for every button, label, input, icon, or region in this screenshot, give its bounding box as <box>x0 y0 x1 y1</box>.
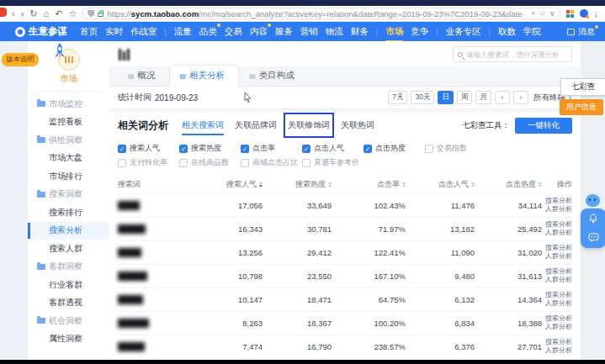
download-icon[interactable]: ↓ <box>594 9 599 18</box>
action-link-人群分析[interactable]: 人群分析 <box>545 206 572 214</box>
column-header-点击人气[interactable]: 点击人气 <box>406 179 475 190</box>
nav-item-营销[interactable]: 营销 <box>300 24 318 40</box>
column-header-搜索热度[interactable]: 搜索热度 <box>263 179 332 190</box>
nav-item-服务[interactable]: 服务 <box>275 24 293 40</box>
sidebar-item-机会洞察[interactable]: 机会洞察 <box>28 312 109 330</box>
metric-搜索热度[interactable]: ✓搜索热度 <box>179 143 241 154</box>
metric-点击率[interactable]: ✓点击率 <box>241 143 302 154</box>
action-link-人群分析[interactable]: 人群分析 <box>545 300 572 308</box>
nav-item-物流[interactable]: 物流 <box>326 24 343 40</box>
nav-user[interactable]: 消息 <box>567 26 595 38</box>
metric-交易指数[interactable]: 交易指数 <box>425 143 486 154</box>
keyword-search-box[interactable] <box>453 46 572 62</box>
sidebar-item-市场大盘[interactable]: 市场大盘 <box>28 150 109 168</box>
page-tab-类目构成[interactable]: ▤类目构成 <box>239 66 308 86</box>
page-tab-相关分析[interactable]: ▤相关分析 <box>169 65 240 87</box>
checkbox[interactable] <box>425 145 433 153</box>
checkbox[interactable] <box>302 159 310 167</box>
metric-点击热度[interactable]: ✓点击热度 <box>364 143 425 154</box>
action-link-搜索分析[interactable]: 搜索分析 <box>545 198 572 205</box>
refresh-icon[interactable]: ↻ <box>29 9 37 18</box>
nav-item-首页[interactable]: 首页 <box>80 24 98 40</box>
sidebar-item-监控看板[interactable]: 监控看板 <box>28 113 109 132</box>
sidebar-item-属性洞察[interactable]: 属性洞察 <box>28 330 109 349</box>
checkbox[interactable] <box>241 159 249 167</box>
nav-item-流量[interactable]: 流量 <box>174 24 192 40</box>
sidebar-item-供给洞察[interactable]: 供给洞察 <box>28 131 109 150</box>
flash-icon[interactable]: ⚡ <box>531 10 536 18</box>
date-range-button-月[interactable]: 月 <box>475 91 491 104</box>
bell-icon[interactable] <box>581 214 605 224</box>
sidebar-item-搜索分析[interactable]: 搜索分析 <box>28 222 109 240</box>
nav-item-品类[interactable]: 品类 <box>199 24 217 40</box>
metric-搜索人气[interactable]: ✓搜索人气 <box>118 143 179 154</box>
action-link-搜索分析[interactable]: 搜索分析 <box>545 268 572 276</box>
page-tab-概况[interactable]: ▤概况 <box>118 66 169 86</box>
column-header-点击热度[interactable]: 点击热度 <box>475 179 542 190</box>
nav-item-取数[interactable]: 取数 <box>498 24 516 40</box>
sidebar-item-行业客群[interactable]: 行业客群 <box>28 276 109 294</box>
nav-item-内容[interactable]: 内容 <box>250 24 268 40</box>
metric-商城点击占比[interactable]: 商城点击占比 <box>241 157 302 168</box>
word-tab-相关搜索词[interactable]: 相关搜索词 <box>182 117 224 134</box>
checkbox[interactable]: ✓ <box>302 145 310 153</box>
date-range-button-7天[interactable]: 7天 <box>388 91 407 104</box>
metric-点击人气[interactable]: ✓点击人气 <box>302 143 364 154</box>
checkbox[interactable]: ✓ <box>179 145 188 153</box>
back-icon[interactable]: ‹ <box>12 9 15 18</box>
nav-item-业务专区[interactable]: 业务专区 <box>446 24 481 40</box>
sidebar-item-搜索排行[interactable]: 搜索排行 <box>28 203 109 222</box>
sidebar-item-市场排行[interactable]: 市场排行 <box>28 167 109 186</box>
checkbox[interactable] <box>118 159 126 167</box>
address-bar[interactable]: https://sycm.taobao.com/mc/mq/search_ana… <box>82 8 560 19</box>
checkbox[interactable]: ✓ <box>241 145 249 153</box>
action-link-人群分析[interactable]: 人群分析 <box>545 324 572 331</box>
sidebar-item-客群洞察[interactable]: 客群洞察 <box>28 258 109 277</box>
undo-icon[interactable]: ↶ <box>55 9 62 18</box>
word-tab-关联热词[interactable]: 关联热词 <box>341 117 374 134</box>
action-link-搜索分析[interactable]: 搜索分析 <box>545 221 572 229</box>
sidebar-item-搜索人群[interactable]: 搜索人群 <box>28 240 109 258</box>
sidebar-item-市场监控[interactable]: 市场监控 <box>28 95 109 113</box>
search-input[interactable] <box>466 50 567 59</box>
sidebar-item-搜索洞察[interactable]: 搜索洞察 <box>28 186 109 204</box>
version-tag[interactable]: 版本说明 <box>2 53 39 66</box>
nav-item-学院[interactable]: 学院 <box>523 24 541 40</box>
action-link-搜索分析[interactable]: 搜索分析 <box>545 292 572 299</box>
chevron-down-icon[interactable]: ∨ <box>549 10 555 18</box>
pager-next-button[interactable]: › <box>513 91 528 104</box>
action-link-搜索分析[interactable]: 搜索分析 <box>545 245 572 252</box>
date-range-button-周[interactable]: 周 <box>457 91 473 104</box>
sidebar-item-客群透视[interactable]: 客群透视 <box>28 294 109 313</box>
chat-icon[interactable] <box>581 233 605 243</box>
action-link-人群分析[interactable]: 人群分析 <box>545 347 572 355</box>
rocket-icon[interactable] <box>50 42 69 66</box>
extensions-grid-icon[interactable] <box>566 10 574 18</box>
nav-item-作战室[interactable]: 作战室 <box>130 24 157 40</box>
column-header-点击率[interactable]: 点击率 <box>332 179 406 190</box>
bookmark-star-icon[interactable]: ☆ <box>68 9 77 18</box>
brand[interactable]: 生意参谋 <box>15 25 67 38</box>
qicai-button[interactable]: 七彩查 <box>560 78 605 96</box>
checkbox[interactable]: ✓ <box>364 145 372 153</box>
column-header-搜索词[interactable]: 搜索词 <box>118 179 190 190</box>
column-header-操作[interactable]: 操作 <box>542 179 572 190</box>
word-tab-关联修饰词[interactable]: 关联修饰词 <box>288 117 330 134</box>
nav-item-交易[interactable]: 交易 <box>225 24 242 40</box>
action-link-搜索分析[interactable]: 搜索分析 <box>545 315 572 323</box>
nav-item-市场[interactable]: 市场 <box>385 24 403 40</box>
action-link-人群分析[interactable]: 人群分析 <box>545 229 572 237</box>
nav-item-财务[interactable]: 财务 <box>351 24 369 40</box>
nav-item-竞争[interactable]: 竞争 <box>411 24 428 40</box>
action-link-人群分析[interactable]: 人群分析 <box>545 277 572 284</box>
favorite-star-icon[interactable]: ☆ <box>539 10 546 18</box>
column-header-搜索人气[interactable]: 搜索人气 <box>190 179 263 190</box>
nav-item-实时[interactable]: 实时 <box>105 24 123 40</box>
word-tab-关联品牌词[interactable]: 关联品牌词 <box>235 117 277 134</box>
metric-直通车参考价[interactable]: 直通车参考价 <box>302 157 364 168</box>
user-info-button[interactable]: 用户信息 <box>560 99 603 115</box>
home-icon[interactable]: ⌂ <box>44 9 50 18</box>
forward-icon[interactable]: › <box>21 9 24 18</box>
metric-支付转化率[interactable]: 支付转化率 <box>118 157 179 168</box>
date-range-button-30天[interactable]: 30天 <box>411 91 434 104</box>
